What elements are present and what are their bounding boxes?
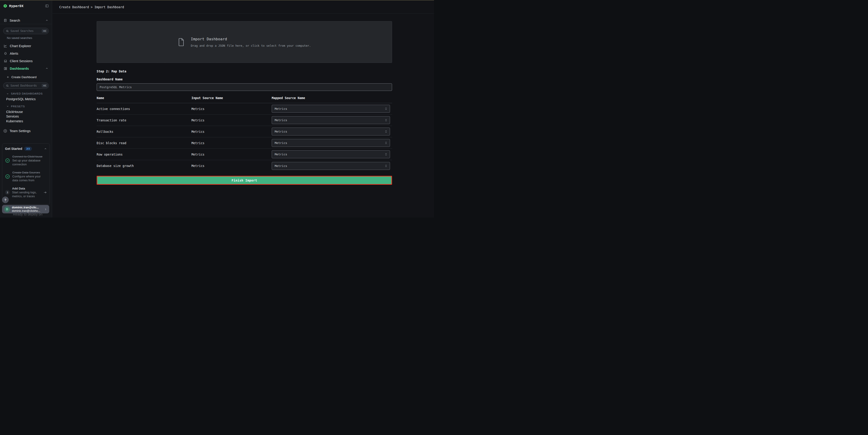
dropzone-title: Import Dashboard (191, 37, 311, 41)
hyperdx-logo-icon (3, 4, 7, 8)
sidebar: HyperDX Search ⌘K No saved searches Char… (0, 0, 52, 218)
get-started-item-sources[interactable]: Create Data Sources Configure where your… (5, 171, 47, 182)
task-title: Add Data (12, 187, 41, 191)
mapped-source-select[interactable]: Metrics (272, 128, 390, 135)
sidebar-nav: Chart Explorer Alerts Client Sessions Da… (0, 42, 52, 72)
import-dropzone[interactable]: Import Dashboard Drag and drop a JSON fi… (97, 21, 392, 63)
get-started-item-connect[interactable]: Connect to ClickHouse Set up your databa… (5, 155, 47, 166)
table-header-row: Name Input Source Name Mapped Source Nam… (97, 96, 392, 103)
chevron-down-icon (6, 105, 9, 107)
progress-badge: 2/3 (24, 147, 32, 151)
sidebar-item-alerts[interactable]: Alerts (0, 49, 52, 57)
search-section-icon (4, 19, 7, 22)
user-menu[interactable]: D dominic.tran@clic... dominic.tran@clic… (2, 205, 49, 213)
sidebar-item-dashboards[interactable]: Dashboards (0, 65, 52, 72)
source-mapping-table: Name Input Source Name Mapped Source Nam… (97, 96, 392, 171)
get-started-panel: Get Started 2/3 Connect to ClickHouse Se… (2, 143, 50, 204)
column-header-name: Name (97, 96, 191, 100)
sidebar-section-search[interactable]: Search (0, 17, 52, 24)
bell-icon (4, 52, 7, 55)
mapped-source-select[interactable]: Metrics (272, 150, 390, 158)
breadcrumb-separator: > (91, 5, 93, 9)
check-circle-icon (5, 158, 10, 163)
chart-name: Active connections (97, 107, 191, 111)
chevron-up-icon (45, 19, 48, 22)
create-dashboard-label: Create Dashboard (11, 75, 36, 79)
get-started-item-add-data[interactable]: 3 Add Data Start sending logs, metrics, … (5, 187, 47, 198)
create-dashboard-button[interactable]: Create Dashboard (0, 73, 52, 80)
saved-dashboards-field[interactable] (10, 84, 40, 87)
finish-import-button[interactable]: Finish Import (97, 176, 392, 185)
sidebar-item-client-sessions[interactable]: Client Sessions (0, 57, 52, 65)
shortcut-badge: ⌘K (42, 29, 48, 33)
breadcrumb: Create Dashboard>Import Dashboard (59, 5, 124, 9)
step-heading: Step 2: Map Data (97, 69, 392, 73)
search-icon (6, 84, 9, 87)
no-saved-searches-label: No saved searches (7, 36, 52, 40)
gear-icon (3, 129, 7, 133)
import-dashboard-content: Import Dashboard Drag and drop a JSON fi… (97, 14, 392, 185)
saved-searches-field[interactable] (10, 29, 40, 33)
presets-header-label: PRESETS (11, 105, 25, 108)
brand: HyperDX (3, 4, 24, 8)
task-title: Connect to ClickHouse (12, 155, 47, 159)
file-icon (178, 38, 185, 46)
mapped-source-select[interactable]: Metrics (272, 162, 390, 170)
input-source-name: Metrics (191, 119, 272, 122)
user-display-name: dominic.tran@clic... (12, 206, 42, 209)
preset-item-clickhouse[interactable]: ClickHouse (6, 109, 52, 114)
column-header-input-source: Input Source Name (191, 96, 272, 100)
mapped-source-select[interactable]: Metrics (272, 105, 390, 113)
saved-dashboards-input[interactable]: ⌘K (3, 82, 49, 89)
dashboard-name-input[interactable] (100, 86, 389, 89)
select-chevrons-icon (384, 130, 388, 133)
mapped-source-select[interactable]: Metrics (272, 116, 390, 124)
chart-name: Disc blocks read (97, 141, 191, 145)
chart-explorer-icon (4, 44, 7, 48)
sidebar-item-label: Alerts (10, 52, 48, 55)
chevron-down-icon (6, 93, 9, 95)
saved-searches-input[interactable]: ⌘K (3, 28, 49, 34)
promo-peek-text: ClickHouse Cloud? (13, 217, 42, 218)
step-number-badge: 3 (5, 190, 10, 195)
collapse-sidebar-icon[interactable] (45, 4, 49, 8)
input-source-name: Metrics (191, 153, 272, 156)
breadcrumb-import-dashboard[interactable]: Import Dashboard (94, 5, 124, 9)
sidebar-item-label: Dashboards (10, 67, 43, 70)
team-settings-button[interactable]: Team Settings (0, 127, 52, 135)
chart-name: Database size growth (97, 164, 191, 168)
check-circle-icon (5, 174, 10, 179)
input-source-name: Metrics (191, 107, 272, 111)
get-started-header[interactable]: Get Started 2/3 (5, 147, 47, 151)
table-row: Row operations Metrics Metrics (97, 149, 392, 160)
saved-dashboard-item[interactable]: PostgreSQL Metrics (6, 97, 52, 102)
sidebar-item-label: Client Sessions (10, 59, 48, 63)
saved-dashboards-group-header[interactable]: SAVED DASHBOARDS (6, 92, 52, 95)
sidebar-item-chart-explorer[interactable]: Chart Explorer (0, 42, 52, 49)
preset-item-services[interactable]: Services (6, 114, 52, 119)
dashboard-name-label: Dashboard Name (97, 77, 392, 81)
avatar: D (4, 206, 10, 212)
brand-name: HyperDX (9, 4, 24, 8)
preset-item-kubernetes[interactable]: Kubernetes (6, 119, 52, 124)
select-chevrons-icon (384, 119, 388, 122)
finish-import-label: Finish Import (231, 178, 257, 182)
user-email: dominic.tran@clickho... (12, 209, 42, 212)
presets-group-header[interactable]: PRESETS (6, 105, 52, 108)
table-row: Disc blocks read Metrics Metrics (97, 137, 392, 149)
chevron-up-icon (44, 147, 47, 150)
saved-dashboards-header-label: SAVED DASHBOARDS (11, 92, 43, 95)
input-source-name: Metrics (191, 130, 272, 133)
mapped-source-select[interactable]: Metrics (272, 139, 390, 147)
input-source-name: Metrics (191, 164, 272, 168)
chart-name: Rollbacks (97, 130, 191, 133)
top-accent-bar (0, 0, 434, 0)
sidebar-item-label: Chart Explorer (10, 44, 48, 48)
chevron-up-icon (45, 67, 48, 70)
sidebar-section-search-label: Search (9, 19, 43, 22)
help-button[interactable]: ? (2, 197, 9, 203)
select-chevrons-icon (384, 107, 388, 110)
select-chevrons-icon (384, 141, 388, 144)
breadcrumb-create-dashboard[interactable]: Create Dashboard (59, 5, 89, 9)
select-chevrons-icon (384, 164, 388, 167)
